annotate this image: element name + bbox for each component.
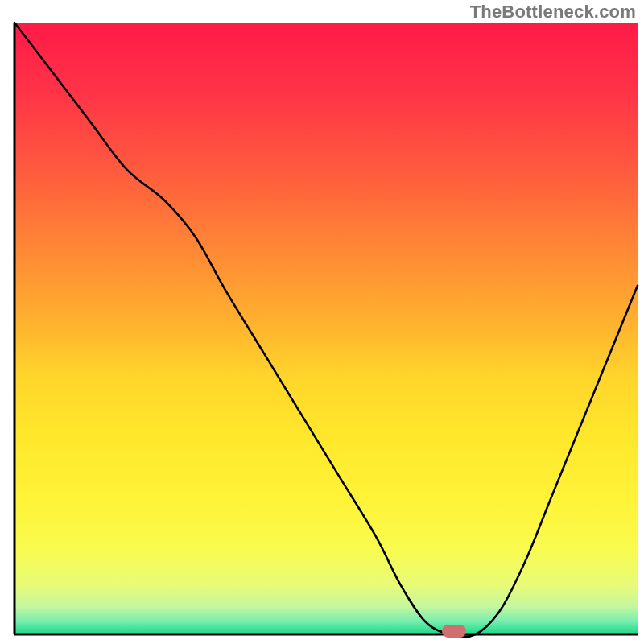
- gradient-background: [14, 23, 638, 634]
- chart-svg: [0, 0, 644, 644]
- watermark-text: TheBottleneck.com: [470, 2, 636, 23]
- bottleneck-chart: TheBottleneck.com: [0, 0, 644, 644]
- optimal-point-marker: [442, 625, 466, 638]
